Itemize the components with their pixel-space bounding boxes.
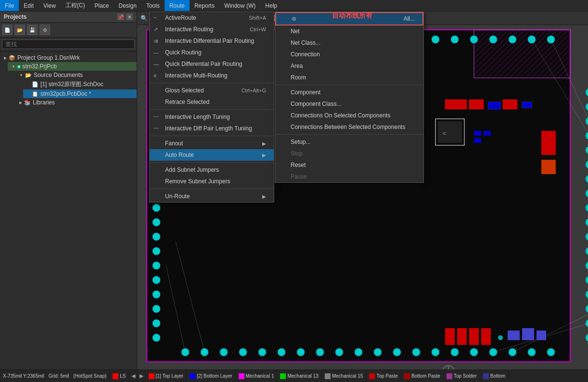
layer-mech15[interactable]: Mechanical 15	[322, 370, 366, 382]
status-bar: X-735mil Y:2365mil Grid: 5mil (HotSpot S…	[0, 369, 588, 382]
svg-point-62	[509, 36, 516, 43]
sub-component-class[interactable]: Component Class...	[275, 98, 423, 110]
menu-length-tuning[interactable]: 〰 Interactive Length Tuning	[150, 111, 274, 123]
tree-schematic[interactable]: ▶ 📄 [1] stm32原理图.SchDoc	[23, 79, 137, 89]
layer-bottom-extra[interactable]: Bottom	[480, 370, 509, 382]
filter-icon[interactable]: 🔍	[139, 13, 149, 23]
sub-setup-label: Setup...	[291, 139, 310, 145]
svg-point-18	[586, 218, 588, 226]
nav-prev[interactable]: ◀	[129, 370, 138, 382]
svg-rect-90	[474, 131, 481, 136]
layer-top-color	[149, 373, 154, 379]
layer-top[interactable]: [1] Top Layer	[146, 370, 187, 382]
search-row	[0, 38, 137, 51]
sub-room[interactable]: Room	[275, 72, 423, 83]
menu-edit[interactable]: Edit	[19, 0, 38, 11]
expand-arrow: ▶	[4, 56, 7, 60]
sep3	[150, 136, 274, 136]
tree-source-docs[interactable]: ▼ 📂 Source Documents	[15, 71, 137, 79]
sub-net-class[interactable]: Net Class...	[275, 37, 423, 49]
menu-diff-length-tuning[interactable]: 〰 Interactive Diff Pair Length Tuning	[150, 123, 274, 134]
menu-engineering[interactable]: 工程(C)	[61, 0, 90, 11]
svg-point-14	[586, 161, 588, 168]
layer-mech1-color	[239, 373, 244, 379]
menu-interactive-routing[interactable]: ↗ Interactive Routing Ctrl+W	[150, 24, 274, 35]
sub-net[interactable]: Net	[275, 25, 423, 37]
svg-point-76	[393, 348, 401, 356]
svg-rect-91	[484, 131, 491, 136]
save-icon[interactable]: 💾	[27, 25, 38, 35]
layer-mech13-label: Mechanical 13	[287, 373, 318, 379]
layer-bottom[interactable]: [2] Bottom Layer	[187, 370, 235, 382]
svg-rect-88	[541, 131, 556, 155]
autoroute-submenu: ⊕ All... Net Net Class... Connection Are…	[275, 12, 424, 183]
layer-mech1-label: Mechanical 1	[246, 373, 274, 379]
source-docs-children: ▶ 📄 [1] stm32原理图.SchDoc ▶ 📋 stm32pcb.Pcb…	[15, 79, 137, 98]
menu-fanout[interactable]: Fanout ▶	[150, 138, 274, 149]
svg-point-61	[489, 36, 497, 43]
menu-file[interactable]: File	[0, 0, 19, 11]
menu-window[interactable]: Window (W)	[219, 0, 260, 11]
sub-connections-selected[interactable]: Connections On Selected Components	[275, 110, 423, 121]
svg-rect-101	[469, 328, 479, 345]
layer-mech13[interactable]: Mechanical 13	[277, 370, 321, 382]
search-input[interactable]	[2, 39, 135, 49]
menu-multi-routing[interactable]: ≡ Interactive Multi-Routing	[150, 70, 274, 81]
sub-setup[interactable]: Setup...	[275, 136, 423, 148]
menu-remove-jumpers[interactable]: Remove Subnet Jumpers	[150, 176, 274, 187]
menu-diff-pair-routing[interactable]: ⇉ Interactive Differential Pair Routing	[150, 35, 274, 47]
menu-view[interactable]: View	[38, 0, 61, 11]
layer-bottom-paste[interactable]: Bottom Paste	[401, 370, 444, 382]
menu-gloss[interactable]: Gloss Selected Ctrl+Alt+G	[150, 85, 274, 96]
svg-point-11	[586, 117, 588, 125]
svg-text:IC: IC	[443, 131, 447, 136]
panel-close-btn[interactable]: ✕	[126, 13, 133, 20]
sub-component-class-label: Component Class...	[291, 101, 341, 107]
menu-quick-diff-routing[interactable]: — Quick Differential Pair Routing	[150, 58, 274, 70]
sub-reset[interactable]: Reset	[275, 159, 423, 171]
menu-reports[interactable]: Reports	[190, 0, 219, 11]
tree-libraries[interactable]: ▶ 📚 Libraries	[15, 98, 137, 107]
sub-connection[interactable]: Connection	[275, 49, 423, 60]
add-jumpers-label: Add Subnet Jumpers	[165, 166, 219, 173]
layer-top-paste-label: Top Paste	[376, 373, 397, 379]
sub-connections-selected-label: Connections On Selected Components	[291, 112, 390, 119]
menu-activeroute[interactable]: ~ ActiveRoute Shift+A	[150, 12, 274, 24]
project-group-label: Project Group 1.DsnWrk	[17, 54, 80, 61]
tree-project-group[interactable]: ▶ 📦 Project Group 1.DsnWrk	[0, 53, 137, 62]
sub-area[interactable]: Area	[275, 60, 423, 72]
layer-bottom-extra-label: Bottom	[490, 373, 506, 379]
open-icon[interactable]: 📂	[14, 25, 25, 35]
panel-pin-btn[interactable]: 📌	[117, 13, 124, 20]
new-file-icon[interactable]: 📄	[2, 25, 13, 35]
layer-ls[interactable]: LS	[110, 370, 129, 382]
menu-autoroute[interactable]: Auto Route ▶	[150, 149, 274, 161]
menu-route[interactable]: Route	[165, 0, 190, 11]
layer-top-paste[interactable]: Top Paste	[366, 370, 401, 382]
layer-mech1[interactable]: Mechanical 1	[236, 370, 278, 382]
layer-mech15-label: Mechanical 15	[332, 373, 363, 379]
layer-top-solder[interactable]: Top Solder	[444, 370, 480, 382]
menu-help[interactable]: Help	[260, 0, 282, 11]
nav-next[interactable]: ▶	[138, 370, 146, 382]
svg-point-19	[586, 233, 588, 241]
menu-add-jumpers[interactable]: Add Subnet Jumpers	[150, 164, 274, 176]
route-dropdown-menu: ~ ActiveRoute Shift+A ↗ Interactive Rout…	[149, 12, 274, 203]
svg-point-80	[470, 348, 478, 356]
sub-connections-between-label: Connections Between Selected Components	[291, 124, 405, 130]
svg-point-41	[153, 291, 160, 298]
svg-point-77	[412, 348, 420, 356]
tree-project[interactable]: ▼ ■ stm32.PrjPcb	[8, 62, 137, 71]
sub-connections-between[interactable]: Connections Between Selected Components	[275, 121, 423, 133]
interactive-routing-shortcut: Ctrl+W	[250, 26, 266, 32]
menu-tools[interactable]: Tools	[141, 0, 165, 11]
sub-component[interactable]: Component	[275, 87, 423, 98]
menu-quick-routing[interactable]: — Quick Routing	[150, 47, 274, 58]
menu-retrace[interactable]: Retrace Selected	[150, 96, 274, 108]
menu-place[interactable]: Place	[90, 0, 114, 11]
menu-design[interactable]: Design	[114, 0, 141, 11]
tree-pcbdoc[interactable]: ▶ 📋 stm32pcb.PcbDoc *	[23, 89, 137, 98]
settings-icon[interactable]: ⚙	[39, 25, 50, 35]
menu-unroute[interactable]: Un-Route ▶	[150, 191, 274, 202]
sub-all[interactable]: ⊕ All...	[275, 12, 423, 25]
